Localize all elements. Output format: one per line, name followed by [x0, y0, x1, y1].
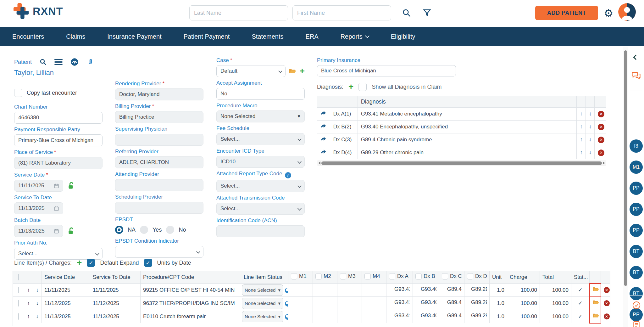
open-folder-icon[interactable]: [592, 286, 599, 292]
patient-list-icon[interactable]: [54, 59, 63, 65]
remove-diagnosis-icon[interactable]: ✕: [598, 111, 604, 117]
patient-dashboard-icon[interactable]: [70, 58, 79, 66]
patient-name-link[interactable]: Taylor, Lillian: [14, 69, 103, 77]
encounter-icd-type-select[interactable]: ICD10: [216, 156, 305, 168]
batch-date-input[interactable]: 11/13/2025: [14, 225, 63, 237]
default-expand-checkbox[interactable]: ✓: [87, 259, 95, 267]
payment-responsible-party-input[interactable]: Primary-Blue Cross of Michigan: [14, 134, 103, 146]
referring-provider-input[interactable]: ADLER, CHARLTON: [115, 156, 203, 168]
nav-statements[interactable]: Statements: [252, 33, 283, 40]
encounter-badge[interactable]: PP: [630, 182, 643, 195]
rxnt-logo[interactable]: RXNT: [13, 3, 63, 20]
copy-last-encounter-checkbox[interactable]: [14, 89, 22, 97]
last-name-input[interactable]: [189, 5, 288, 20]
identification-code-input[interactable]: [216, 225, 305, 237]
select-all-checkbox[interactable]: [18, 274, 19, 280]
move-up-icon[interactable]: ↑: [24, 284, 33, 297]
primary-insurance-input[interactable]: Blue Cross of Michigan: [317, 65, 456, 76]
line-item-status-select[interactable]: None Selected▾: [242, 311, 283, 322]
diagnosis-horizontal-scrollbar[interactable]: [317, 161, 606, 166]
delete-line-item-icon[interactable]: ✕: [604, 300, 610, 306]
supervising-physician-input[interactable]: [115, 134, 203, 146]
scrollbar-thumb[interactable]: [624, 50, 627, 286]
note-icon[interactable]: [632, 320, 641, 327]
remove-diagnosis-icon[interactable]: ✕: [598, 149, 604, 156]
paperclip-icon[interactable]: [86, 58, 94, 66]
move-up-icon[interactable]: ↑: [577, 121, 586, 133]
nav-claims[interactable]: Claims: [66, 33, 85, 40]
share-arrow-icon[interactable]: [320, 123, 326, 129]
unlock-icon[interactable]: [67, 227, 75, 235]
delete-line-item-icon[interactable]: ✕: [604, 287, 610, 293]
epsdt-radio-no[interactable]: [166, 226, 174, 234]
encounter-badge[interactable]: BT: [630, 287, 643, 300]
move-down-icon[interactable]: ↓: [586, 108, 595, 121]
share-arrow-icon[interactable]: [320, 149, 326, 155]
m4-checkbox[interactable]: [364, 273, 371, 279]
dxa-checkbox[interactable]: [389, 273, 395, 279]
dxb-checkbox[interactable]: [415, 273, 422, 279]
move-down-icon[interactable]: ↓: [586, 146, 595, 159]
open-folder-icon[interactable]: [592, 313, 599, 319]
first-name-input[interactable]: [292, 5, 391, 20]
line-item-status-select[interactable]: None Selected▾: [242, 298, 283, 309]
apply-status-icon[interactable]: [285, 301, 288, 307]
collapse-panel-icon[interactable]: [633, 55, 639, 60]
row-checkbox[interactable]: [18, 313, 19, 320]
encounter-badge[interactable]: PP: [630, 224, 643, 237]
add-patient-button[interactable]: ADD PATIENT: [535, 6, 598, 20]
move-down-icon[interactable]: ↓: [586, 121, 595, 133]
show-all-diagnosis-checkbox[interactable]: [358, 83, 367, 91]
dxd-checkbox[interactable]: [467, 273, 473, 279]
nav-reports[interactable]: Reports: [341, 33, 369, 40]
epsdt-radio-na[interactable]: [115, 226, 123, 234]
m1-checkbox[interactable]: [291, 273, 297, 279]
move-down-icon[interactable]: ↓: [33, 297, 42, 310]
service-to-date-input[interactable]: 11/13/2025: [14, 202, 63, 214]
calendar-icon[interactable]: [54, 183, 59, 189]
encounter-badge[interactable]: PP: [630, 203, 643, 216]
avatar[interactable]: [618, 3, 636, 21]
chart-number-input[interactable]: 4646380: [14, 112, 103, 124]
nav-eligibility[interactable]: Eligibility: [391, 33, 415, 40]
move-up-icon[interactable]: ↑: [577, 108, 586, 121]
search-icon[interactable]: [402, 8, 411, 18]
nav-era[interactable]: ERA: [306, 33, 319, 40]
line-item-status-select[interactable]: None Selected▾: [242, 285, 283, 296]
unlock-icon[interactable]: [67, 182, 75, 190]
move-down-icon[interactable]: ↓: [33, 284, 42, 297]
attending-provider-input[interactable]: [115, 179, 203, 191]
nav-insurance-payment[interactable]: Insurance Payment: [107, 33, 161, 40]
vertical-scrollbar[interactable]: [623, 47, 628, 327]
open-folder-icon[interactable]: [289, 68, 296, 75]
scrollbar-thumb[interactable]: [321, 161, 602, 165]
patient-search-icon[interactable]: [39, 58, 47, 66]
encounter-badge[interactable]: BT: [630, 245, 643, 258]
move-up-icon[interactable]: ↑: [24, 297, 33, 310]
service-date-input[interactable]: 11/11/2025: [14, 180, 63, 192]
units-by-date-checkbox[interactable]: ✓: [144, 259, 152, 267]
share-arrow-icon[interactable]: [320, 110, 326, 116]
filter-icon[interactable]: [422, 8, 432, 18]
open-folder-icon[interactable]: [592, 300, 599, 305]
fee-schedule-select[interactable]: Select...: [216, 133, 305, 145]
rendering-provider-input[interactable]: Doctor, Maryland: [115, 88, 203, 100]
case-select[interactable]: Default: [216, 65, 286, 77]
epsdt-condition-select[interactable]: [115, 246, 203, 258]
move-up-icon[interactable]: ↑: [577, 146, 586, 159]
gear-icon[interactable]: ⚙: [604, 6, 613, 21]
calendar-icon[interactable]: [54, 228, 59, 234]
attached-report-type-select[interactable]: Select...: [216, 180, 305, 192]
row-checkbox[interactable]: [18, 300, 19, 307]
delete-line-item-icon[interactable]: ✕: [604, 313, 610, 319]
row-checkbox[interactable]: [18, 287, 19, 293]
attached-transmission-select[interactable]: Select...: [216, 203, 305, 215]
place-of-service-input[interactable]: (81) RXNT Laboratory: [14, 157, 103, 169]
nav-encounters[interactable]: Encounters: [12, 33, 44, 40]
check-circle-icon[interactable]: [632, 301, 641, 310]
apply-status-icon[interactable]: [285, 288, 288, 293]
accept-assignment-input[interactable]: No: [216, 88, 305, 100]
move-up-icon[interactable]: ↑: [577, 133, 586, 146]
move-down-icon[interactable]: ↓: [586, 133, 595, 146]
info-icon[interactable]: i: [285, 172, 291, 178]
